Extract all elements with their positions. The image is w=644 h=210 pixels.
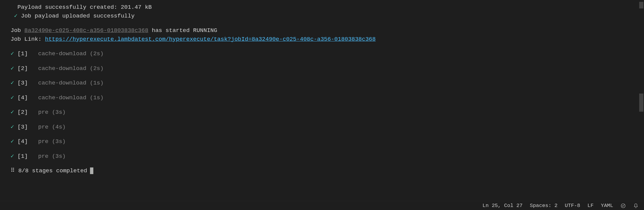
job-link-line: Job Link: https://hyperexecute.lambdates… bbox=[11, 35, 633, 44]
language-mode[interactable]: YAML bbox=[601, 202, 613, 210]
stage-row: ✓ [2] cache-download (2s) bbox=[11, 64, 633, 73]
payload-created-line: Payload successfully created: 201.47 kB bbox=[11, 3, 633, 12]
scrollbar-thumb[interactable] bbox=[639, 2, 643, 8]
feedback-icon[interactable] bbox=[620, 203, 626, 208]
stage-index: [2] bbox=[14, 65, 28, 72]
stages-completed-line: ⠿ 8/8 stages completed bbox=[11, 167, 633, 175]
stage-row: ✓ [4] cache-download (1s) bbox=[11, 94, 633, 102]
indent-selector[interactable]: Spaces: 2 bbox=[530, 202, 558, 210]
scrollbar[interactable] bbox=[639, 0, 643, 201]
notifications-icon[interactable] bbox=[633, 203, 639, 208]
stage-label: cache-download (1s) bbox=[28, 80, 104, 86]
stage-row: ✓ [4] pre (3s) bbox=[11, 137, 633, 146]
check-icon: ✓ bbox=[11, 124, 14, 130]
stage-row: ✓ [3] cache-download (1s) bbox=[11, 79, 633, 88]
job-id[interactable]: 8a32490e-c025-408c-a356-01803838c368 bbox=[24, 27, 148, 34]
stage-index: [3] bbox=[14, 80, 28, 86]
check-icon: ✓ bbox=[11, 50, 14, 57]
stage-index: [2] bbox=[14, 109, 28, 116]
stage-label: pre (3s) bbox=[28, 138, 66, 145]
stage-index: [4] bbox=[14, 138, 28, 145]
stage-label: pre (3s) bbox=[28, 109, 66, 116]
stage-row: ✓ [3] pre (4s) bbox=[11, 123, 633, 132]
stage-row: ✓ [1] pre (3s) bbox=[11, 152, 633, 161]
check-icon: ✓ bbox=[11, 153, 14, 160]
stage-label: pre (3s) bbox=[28, 153, 66, 160]
job-started-line: Job 8a32490e-c025-408c-a356-01803838c368… bbox=[11, 26, 633, 35]
check-icon: ✓ bbox=[14, 13, 17, 19]
eol-selector[interactable]: LF bbox=[588, 202, 594, 210]
statusbar: Ln 25, Col 27 Spaces: 2 UTF-8 LF YAML bbox=[0, 201, 644, 210]
job-status: RUNNING bbox=[193, 27, 217, 34]
stage-index: [4] bbox=[14, 94, 28, 101]
upload-text: Job payload uploaded successfully bbox=[21, 13, 134, 19]
job-link-url[interactable]: https://hyperexecute.lambdatest.com/hype… bbox=[45, 36, 376, 43]
spinner-icon: ⠿ bbox=[11, 167, 15, 174]
stage-label: pre (4s) bbox=[28, 124, 66, 130]
stages-text: 8/8 stages completed bbox=[18, 167, 87, 174]
stage-index: [1] bbox=[14, 50, 28, 57]
stage-label: cache-download (2s) bbox=[28, 65, 104, 72]
terminal-cursor bbox=[90, 167, 93, 174]
encoding-selector[interactable]: UTF-8 bbox=[565, 202, 580, 210]
upload-success-line: ✓ Job payload uploaded successfully bbox=[11, 12, 633, 21]
cursor-position[interactable]: Ln 25, Col 27 bbox=[482, 202, 523, 210]
svg-point-0 bbox=[621, 204, 625, 208]
stage-index: [3] bbox=[14, 124, 28, 130]
stage-label: cache-download (2s) bbox=[28, 50, 104, 57]
stage-row: ✓ [2] pre (3s) bbox=[11, 108, 633, 117]
check-icon: ✓ bbox=[11, 94, 14, 101]
scrollbar-thumb[interactable] bbox=[639, 94, 643, 112]
check-icon: ✓ bbox=[11, 138, 14, 145]
terminal-output[interactable]: Payload successfully created: 201.47 kB … bbox=[0, 0, 644, 201]
stage-row: ✓ [1] cache-download (2s) bbox=[11, 49, 633, 58]
check-icon: ✓ bbox=[11, 109, 14, 116]
check-icon: ✓ bbox=[11, 80, 14, 86]
stage-label: cache-download (1s) bbox=[28, 94, 104, 101]
check-icon: ✓ bbox=[11, 65, 14, 72]
stage-index: [1] bbox=[14, 153, 28, 160]
